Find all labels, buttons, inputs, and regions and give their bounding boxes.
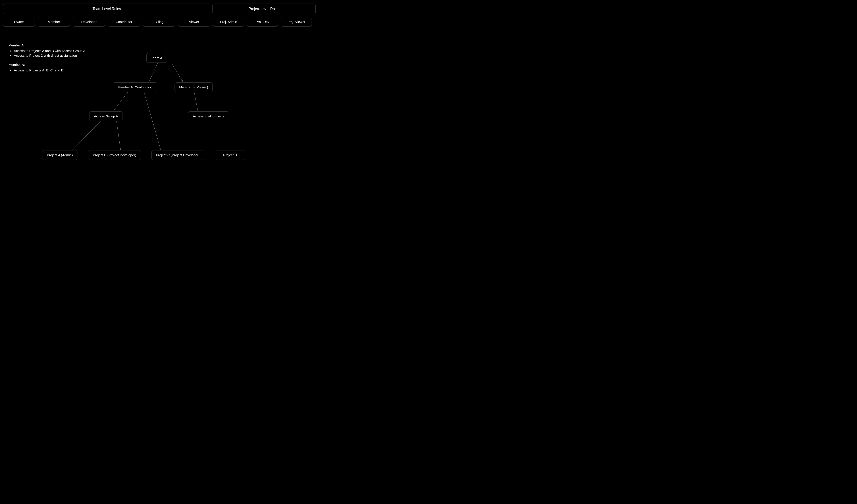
role-developer: Developer <box>73 17 105 27</box>
svg-line-0 <box>149 63 158 82</box>
svg-line-3 <box>144 92 161 150</box>
roles-row: Owner Member Developer Contributor Billi… <box>0 16 319 27</box>
node-member-b: Member B (Viewer) <box>174 82 213 92</box>
node-project-d: Project D <box>215 150 245 160</box>
role-billing: Billing <box>143 17 175 27</box>
node-project-b: Project B (Project Developer) <box>88 150 141 160</box>
role-viewer: Viewer <box>178 17 210 27</box>
node-project-c: Project C (Project Developer) <box>151 150 204 160</box>
diagram-area: Team A Member A (Contributor) Member B (… <box>0 43 319 167</box>
node-project-a: Project A (Admin) <box>42 150 78 160</box>
node-access-all: Access to all projects <box>188 112 229 121</box>
svg-line-5 <box>73 121 101 150</box>
role-proj-admin: Proj. Admin <box>213 17 244 27</box>
role-proj-dev: Proj. Dev <box>247 17 278 27</box>
svg-line-1 <box>171 63 183 82</box>
node-team-a: Team A <box>146 53 167 63</box>
svg-line-6 <box>117 121 120 150</box>
header-row: Team Level Roles Project Level Roles <box>0 0 319 16</box>
role-member: Member <box>38 17 70 27</box>
role-contributor: Contributor <box>108 17 140 27</box>
header-project-roles: Project Level Roles <box>213 4 316 14</box>
svg-line-2 <box>114 92 128 111</box>
node-access-group-a: Access Group A <box>89 112 123 121</box>
header-team-roles: Team Level Roles <box>3 4 210 14</box>
node-member-a: Member A (Contributor) <box>113 82 157 92</box>
role-owner: Owner <box>3 17 35 27</box>
role-proj-viewer: Proj. Viewer <box>281 17 312 27</box>
svg-line-4 <box>194 92 198 111</box>
